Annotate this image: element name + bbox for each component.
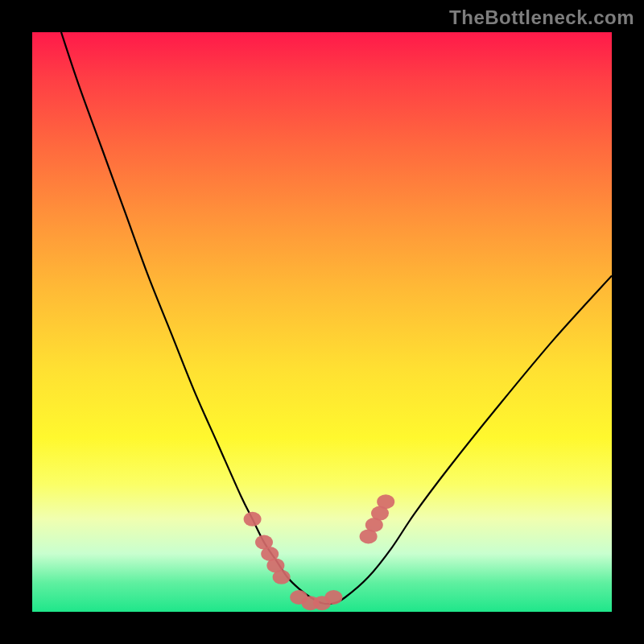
bottleneck-curve: [61, 32, 612, 604]
marker-cluster-left: [244, 512, 291, 584]
marker-cluster-right: [360, 494, 395, 543]
chart-frame: TheBottleneck.com: [0, 0, 644, 644]
marker-cluster-bottom: [290, 590, 342, 610]
chart-svg: [32, 32, 612, 612]
plot-area: [32, 32, 612, 612]
attribution-label: TheBottleneck.com: [449, 6, 634, 29]
marker-dot: [377, 494, 394, 509]
marker-dot: [244, 512, 262, 526]
marker-dot: [273, 570, 291, 584]
marker-dot: [324, 590, 342, 605]
curve-layer: [61, 32, 612, 604]
